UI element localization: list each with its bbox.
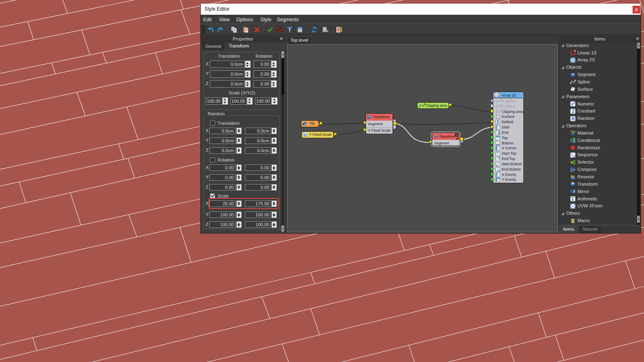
svg-text:2: 2 [573,155,575,157]
svg-text:R: R [572,116,575,121]
svg-text:Σ: Σ [572,196,574,201]
svg-text:2: 2 [572,109,574,114]
svg-text:2: 2 [574,101,575,104]
svg-text:1: 1 [571,153,573,156]
